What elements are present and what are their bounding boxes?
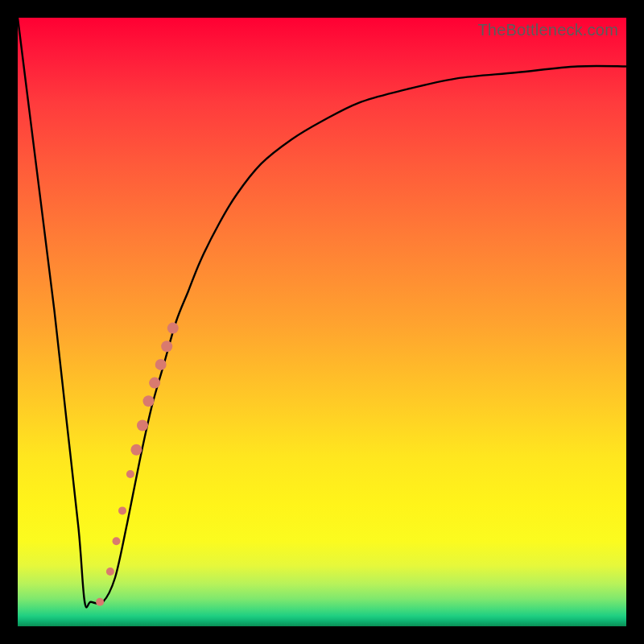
marker-1 xyxy=(96,598,104,606)
marker-2 xyxy=(106,568,114,576)
marker-cluster-d xyxy=(155,359,167,370)
plot-area: TheBottleneck.com xyxy=(18,18,626,626)
bottleneck-curve xyxy=(18,18,626,608)
marker-cluster-end xyxy=(167,323,179,334)
marker-cluster-start xyxy=(130,444,142,456)
marker-cluster-b xyxy=(143,395,155,407)
marker-group xyxy=(96,323,179,606)
chart-frame: TheBottleneck.com xyxy=(0,0,644,644)
marker-5 xyxy=(126,470,134,478)
marker-4 xyxy=(118,506,126,514)
marker-cluster-e xyxy=(161,341,172,352)
marker-cluster-c xyxy=(149,378,160,389)
curve-layer xyxy=(18,18,626,626)
marker-3 xyxy=(113,537,121,545)
marker-cluster-a xyxy=(137,420,148,431)
